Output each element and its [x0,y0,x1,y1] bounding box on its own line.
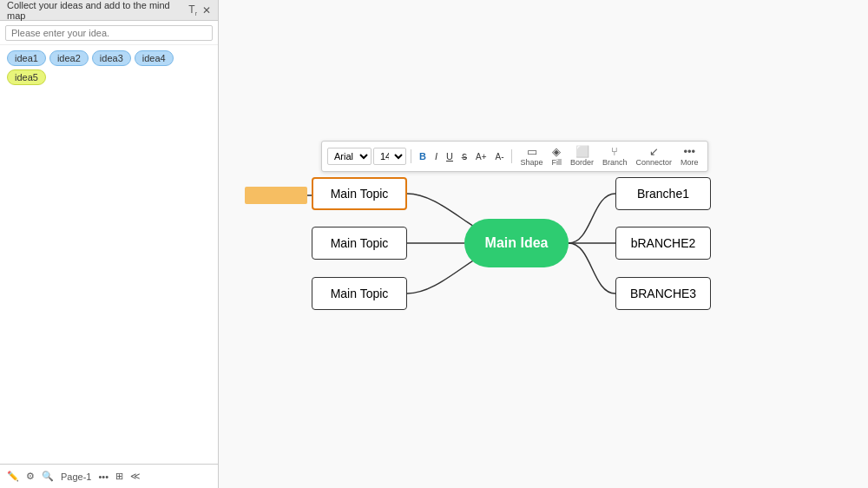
expand-icon[interactable]: ⊞ [115,471,123,482]
branch-node-3[interactable]: BRANCHE3 [615,277,711,310]
branch-label-2: bRANCHE2 [631,236,696,250]
tag-idea4[interactable]: idea4 [135,50,174,66]
tags-container: idea1 idea2 idea3 idea4 idea5 [0,45,218,90]
close-icon[interactable]: ✕ [202,4,211,16]
topic-label-1: Main Topic [331,187,389,201]
topic-node-1[interactable]: Main Topic [312,177,407,210]
canvas-area: Arial 14 B I U S̶ A+ A- ▭ Shape ◈ Fill ⬜… [219,0,868,488]
dots-icon[interactable]: ••• [98,472,108,482]
orange-input-box[interactable] [245,187,307,204]
topic-node-3[interactable]: Main Topic [312,277,407,310]
branch-node-2[interactable]: bRANCHE2 [615,227,711,260]
pencil-icon[interactable]: ✏️ [7,471,19,482]
header-icons: Tr ✕ [188,3,211,16]
search-bar [0,21,218,45]
branch-label-3: BRANCHE3 [630,287,696,300]
topic-label-3: Main Topic [331,287,389,300]
tag-idea3[interactable]: idea3 [92,50,131,66]
page-label: Page-1 [61,472,91,482]
tag-idea1[interactable]: idea1 [7,50,46,66]
left-panel: Collect your ideas and add to the mind m… [0,0,219,488]
left-panel-header: Collect your ideas and add to the mind m… [0,0,218,21]
left-bottom-bar: ✏️ ⚙ 🔍 Page-1 ••• ⊞ ≪ [0,464,218,488]
tag-idea2[interactable]: idea2 [49,50,89,66]
text-icon[interactable]: Tr [188,3,197,16]
main-idea-label: Main Idea [485,235,549,251]
main-idea-node[interactable]: Main Idea [464,219,569,267]
idea-search-input[interactable] [5,25,213,41]
topic-node-2[interactable]: Main Topic [312,227,407,260]
left-panel-title: Collect your ideas and add to the mind m… [7,0,188,21]
settings-icon[interactable]: ⚙ [26,471,35,482]
topic-label-2: Main Topic [331,236,389,250]
collapse-icon[interactable]: ≪ [130,471,141,482]
zoom-icon[interactable]: 🔍 [42,471,54,482]
branch-node-1[interactable]: Branche1 [615,177,711,210]
tag-idea5[interactable]: idea5 [7,69,46,85]
branch-label-1: Branche1 [637,187,689,201]
